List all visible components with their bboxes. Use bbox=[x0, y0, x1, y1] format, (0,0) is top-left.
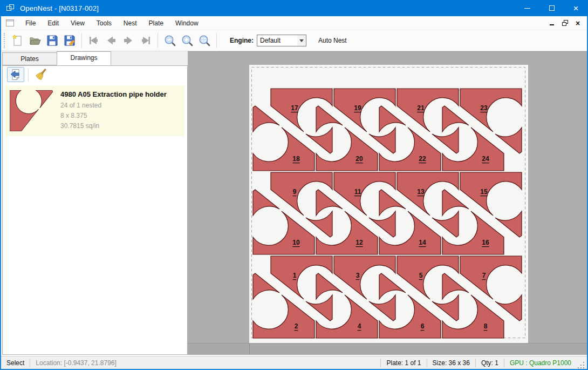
zoom-out-button[interactable] bbox=[161, 32, 179, 49]
status-qty: Qty: 1 bbox=[476, 359, 504, 367]
tab-drawings[interactable]: Drawings bbox=[57, 51, 111, 65]
drawings-toolbar bbox=[3, 66, 187, 83]
app-window: OpenNest - [N0317-002] × File Edit View … bbox=[0, 0, 588, 370]
mdi-close-button[interactable]: × bbox=[573, 19, 583, 28]
part-label: 1 bbox=[293, 272, 297, 279]
drawing-title: 4980 A05 Extraction pipe holder bbox=[60, 90, 167, 98]
menu-file[interactable]: File bbox=[19, 17, 42, 30]
part-label: 10 bbox=[292, 239, 300, 246]
open-folder-icon bbox=[29, 34, 42, 47]
close-icon: × bbox=[573, 4, 579, 13]
arrow-left-icon bbox=[105, 34, 118, 47]
drawing-dimensions: 8 x 8.375 bbox=[60, 111, 167, 121]
save-as-icon bbox=[63, 34, 76, 47]
menu-view[interactable]: View bbox=[65, 17, 91, 30]
plate-view[interactable]: 171819202122232491011121314151612345678 bbox=[249, 65, 528, 344]
menu-edit[interactable]: Edit bbox=[42, 17, 65, 30]
part-label: 14 bbox=[419, 239, 426, 246]
part-label: 3 bbox=[356, 272, 360, 279]
zoom-out-icon bbox=[163, 34, 176, 47]
part-label: 20 bbox=[355, 155, 363, 163]
maximize-button[interactable] bbox=[539, 0, 564, 16]
part-label: 7 bbox=[482, 272, 486, 279]
nest-canvas[interactable]: 171819202122232491011121314151612345678 bbox=[188, 51, 587, 355]
new-button[interactable] bbox=[9, 32, 26, 49]
part-label: 21 bbox=[417, 104, 425, 112]
mdi-minimize-button[interactable] bbox=[547, 19, 557, 28]
zoom-fit-button[interactable] bbox=[196, 32, 213, 49]
mdi-restore-icon bbox=[562, 20, 568, 26]
engine-label: Engine: bbox=[230, 37, 254, 44]
arrow-right-icon bbox=[122, 34, 135, 47]
menu-tools[interactable]: Tools bbox=[91, 17, 118, 30]
menu-bar: File Edit View Tools Nest Plate Window × bbox=[1, 16, 587, 30]
part-label: 6 bbox=[421, 322, 425, 330]
save-button[interactable] bbox=[44, 32, 61, 49]
zoom-in-button[interactable] bbox=[179, 32, 196, 49]
tab-plates[interactable]: Plates bbox=[2, 52, 57, 65]
app-icon bbox=[6, 4, 15, 12]
drawing-area: 30.7815 sq/in bbox=[60, 121, 167, 131]
engine-select[interactable]: Default bbox=[257, 35, 306, 46]
status-mode: Select bbox=[1, 359, 30, 367]
previous-plate-button[interactable] bbox=[102, 32, 120, 49]
part-label: 16 bbox=[482, 239, 489, 246]
mdi-restore-button[interactable] bbox=[560, 19, 570, 28]
menu-plate[interactable]: Plate bbox=[143, 17, 169, 30]
part-label: 8 bbox=[484, 322, 488, 330]
clear-drawings-button[interactable] bbox=[32, 67, 50, 82]
main-toolbar: Engine: Default Auto Nest bbox=[1, 30, 587, 51]
resize-grip[interactable] bbox=[578, 361, 585, 368]
horizontal-scrollbar[interactable] bbox=[188, 343, 587, 355]
drawing-nested-count: 24 of 1 nested bbox=[60, 100, 167, 111]
engine-dropdown-button[interactable] bbox=[297, 35, 306, 46]
part-label: 11 bbox=[354, 188, 361, 196]
document-icon[interactable] bbox=[6, 19, 14, 26]
engine-value: Default bbox=[257, 37, 297, 44]
drawing-meta: 4980 A05 Extraction pipe holder 24 of 1 … bbox=[60, 90, 167, 131]
drawings-list-panel: 4980 A05 Extraction pipe holder 24 of 1 … bbox=[2, 65, 188, 355]
part-label: 9 bbox=[293, 188, 297, 196]
toolbar-grip[interactable] bbox=[4, 33, 6, 48]
auto-nest-button[interactable]: Auto Nest bbox=[315, 35, 350, 46]
mdi-minimize-icon bbox=[550, 24, 554, 25]
zoom-fit-icon bbox=[198, 34, 211, 47]
go-last-icon bbox=[139, 34, 152, 47]
part-label: 2 bbox=[295, 322, 298, 330]
close-button[interactable]: × bbox=[564, 0, 588, 16]
window-title: OpenNest - [N0317-002] bbox=[20, 4, 99, 12]
part-label: 23 bbox=[480, 104, 488, 112]
status-size: Size: 36 x 36 bbox=[427, 359, 475, 367]
status-plate: Plate: 1 of 1 bbox=[381, 359, 426, 367]
minimize-icon bbox=[524, 8, 530, 9]
first-plate-button[interactable] bbox=[85, 32, 102, 49]
toolbar-separator bbox=[81, 33, 82, 48]
menu-window[interactable]: Window bbox=[169, 17, 204, 30]
part-label: 22 bbox=[419, 155, 426, 163]
part-label: 15 bbox=[480, 188, 488, 196]
part-label: 24 bbox=[482, 155, 489, 163]
save-icon bbox=[46, 34, 59, 47]
drawing-list-item[interactable]: 4980 A05 Extraction pipe holder 24 of 1 … bbox=[5, 85, 184, 136]
part-label: 18 bbox=[292, 155, 300, 163]
part-thumbnail bbox=[10, 90, 53, 131]
last-plate-button[interactable] bbox=[137, 32, 154, 49]
import-page-icon bbox=[9, 68, 22, 81]
tab-strip: Plates Drawings bbox=[2, 51, 188, 65]
import-drawing-button[interactable] bbox=[7, 67, 24, 82]
open-button[interactable] bbox=[26, 32, 44, 49]
part-label: 13 bbox=[417, 188, 425, 196]
chevron-down-icon bbox=[299, 39, 304, 42]
save-as-button[interactable] bbox=[61, 32, 78, 49]
panel-separator bbox=[28, 68, 29, 81]
go-first-icon bbox=[87, 34, 100, 47]
part-label: 17 bbox=[291, 104, 298, 112]
minimize-button[interactable] bbox=[515, 0, 539, 16]
new-document-icon bbox=[11, 34, 24, 47]
status-bar: Select Location: [-0.9437, 21.8796] Plat… bbox=[1, 356, 587, 369]
next-plate-button[interactable] bbox=[120, 32, 137, 49]
menu-nest[interactable]: Nest bbox=[118, 17, 143, 30]
toolbar-separator bbox=[216, 33, 217, 48]
status-location: Location: [-0.9437, 21.8796] bbox=[30, 359, 121, 367]
broom-icon bbox=[35, 68, 47, 81]
